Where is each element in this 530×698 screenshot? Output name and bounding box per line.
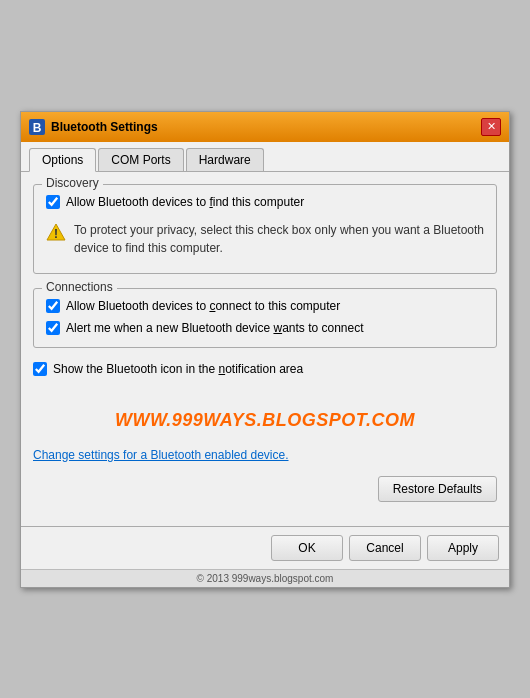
connections-connect-row: Allow Bluetooth devices to connect to th… <box>46 299 484 313</box>
svg-text:!: ! <box>54 227 58 241</box>
restore-row: Restore Defaults <box>33 476 497 502</box>
tab-options[interactable]: Options <box>29 148 96 172</box>
change-settings-link[interactable]: Change settings for a Bluetooth enabled … <box>33 448 289 462</box>
discovery-group: Discovery Allow Bluetooth devices to fin… <box>33 184 497 274</box>
tab-bar: Options COM Ports Hardware <box>21 142 509 172</box>
warning-icon: ! <box>46 222 66 242</box>
title-bar-left: B Bluetooth Settings <box>29 119 158 135</box>
notification-label: Show the Bluetooth icon in the notificat… <box>53 362 303 376</box>
connections-alert-row: Alert me when a new Bluetooth device wan… <box>46 321 484 335</box>
bluetooth-icon: B <box>29 119 45 135</box>
connections-alert-checkbox[interactable] <box>46 321 60 335</box>
dialog-footer: OK Cancel Apply <box>21 526 509 569</box>
title-bar: B Bluetooth Settings ✕ <box>21 112 509 142</box>
discovery-group-label: Discovery <box>42 176 103 190</box>
close-button[interactable]: ✕ <box>481 118 501 136</box>
ok-button[interactable]: OK <box>271 535 343 561</box>
connections-group-label: Connections <box>42 280 117 294</box>
copyright-text: © 2013 999ways.blogspot.com <box>21 569 509 587</box>
notification-row: Show the Bluetooth icon in the notificat… <box>33 362 497 376</box>
discovery-allow-label: Allow Bluetooth devices to find this com… <box>66 195 304 209</box>
connections-connect-label: Allow Bluetooth devices to connect to th… <box>66 299 340 313</box>
change-settings-link-row: Change settings for a Bluetooth enabled … <box>33 447 497 462</box>
discovery-warning-row: ! To protect your privacy, select this c… <box>46 217 484 261</box>
connections-connect-checkbox[interactable] <box>46 299 60 313</box>
watermark: WWW.999WAYS.BLOGSPOT.COM <box>33 390 497 447</box>
tab-com-ports[interactable]: COM Ports <box>98 148 183 171</box>
tab-content: Discovery Allow Bluetooth devices to fin… <box>21 172 509 526</box>
notification-checkbox[interactable] <box>33 362 47 376</box>
discovery-allow-row: Allow Bluetooth devices to find this com… <box>46 195 484 209</box>
window-title: Bluetooth Settings <box>51 120 158 134</box>
connections-group: Connections Allow Bluetooth devices to c… <box>33 288 497 348</box>
discovery-warning-text: To protect your privacy, select this che… <box>74 221 484 257</box>
tab-hardware[interactable]: Hardware <box>186 148 264 171</box>
restore-defaults-button[interactable]: Restore Defaults <box>378 476 497 502</box>
cancel-button[interactable]: Cancel <box>349 535 421 561</box>
bluetooth-settings-window: B Bluetooth Settings ✕ Options COM Ports… <box>20 111 510 588</box>
apply-button[interactable]: Apply <box>427 535 499 561</box>
discovery-allow-checkbox[interactable] <box>46 195 60 209</box>
connections-alert-label: Alert me when a new Bluetooth device wan… <box>66 321 364 335</box>
svg-text:B: B <box>33 121 42 135</box>
